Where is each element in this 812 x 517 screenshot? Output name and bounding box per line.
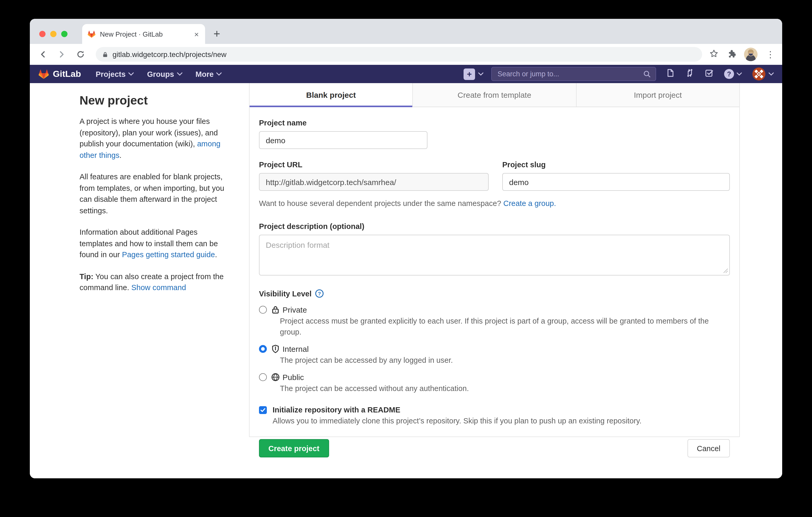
zoom-window-button[interactable] bbox=[61, 31, 67, 37]
help-menu[interactable]: ? bbox=[724, 69, 742, 79]
project-description-label: Project description (optional) bbox=[259, 222, 730, 231]
project-type-tabs: Blank project Create from template Impor… bbox=[250, 83, 739, 107]
global-search[interactable] bbox=[491, 67, 656, 81]
sidebar-paragraph: All features are enabled for blank proje… bbox=[80, 172, 230, 216]
page-title: New project bbox=[80, 94, 230, 108]
shield-icon bbox=[271, 344, 280, 354]
url-text: gitlab.widgetcorp.tech/projects/new bbox=[113, 50, 227, 59]
extensions-puzzle-icon[interactable] bbox=[727, 49, 735, 60]
tab-import-project[interactable]: Import project bbox=[576, 83, 739, 107]
window-controls bbox=[30, 31, 67, 44]
search-icon bbox=[643, 70, 651, 78]
back-icon[interactable] bbox=[37, 49, 49, 60]
visibility-option-private: Private Project access must be granted e… bbox=[259, 305, 730, 338]
globe-icon bbox=[271, 373, 280, 382]
user-menu[interactable] bbox=[752, 67, 774, 81]
create-project-button[interactable]: Create project bbox=[259, 439, 329, 457]
internal-radio[interactable] bbox=[259, 345, 267, 353]
readme-section: Initialize repository with a README Allo… bbox=[259, 406, 730, 425]
gitlab-navbar: GitLab Projects Groups More + bbox=[30, 65, 782, 83]
tab-create-from-template[interactable]: Create from template bbox=[413, 83, 577, 107]
chevron-down-icon[interactable] bbox=[478, 72, 484, 76]
nav-item-groups[interactable]: Groups bbox=[147, 70, 182, 78]
project-slug-label: Project slug bbox=[502, 160, 730, 169]
browser-profile-avatar[interactable] bbox=[744, 48, 758, 61]
browser-toolbar: gitlab.widgetcorp.tech/projects/new bbox=[30, 44, 782, 65]
project-name-label: Project name bbox=[259, 119, 730, 127]
forward-icon[interactable] bbox=[56, 49, 67, 60]
create-group-link[interactable]: Create a group. bbox=[503, 199, 556, 208]
chevron-down-icon bbox=[128, 72, 134, 76]
user-avatar bbox=[752, 67, 765, 81]
sidebar-paragraph: Information about additional Pages templ… bbox=[80, 227, 230, 261]
private-radio[interactable] bbox=[259, 306, 267, 314]
chevron-down-icon bbox=[177, 72, 182, 76]
blank-project-form: Project name Project URL Project slug Wa… bbox=[250, 107, 739, 457]
chevron-down-icon bbox=[216, 72, 222, 76]
public-radio[interactable] bbox=[259, 373, 267, 381]
sidebar: New project A project is where you house… bbox=[30, 83, 249, 478]
help-icon: ? bbox=[724, 69, 734, 79]
resize-grip-icon[interactable] bbox=[723, 268, 728, 273]
lock-icon bbox=[271, 305, 280, 314]
form-actions: Create project Cancel bbox=[259, 439, 730, 457]
browser-tab-strip: New Project · GitLab × + bbox=[30, 19, 782, 44]
visibility-help-icon[interactable]: ? bbox=[315, 289, 324, 298]
readme-description: Allows you to immediately clone this pro… bbox=[272, 417, 730, 425]
new-tab-button[interactable]: + bbox=[213, 28, 220, 40]
svg-text:?: ? bbox=[318, 291, 321, 296]
namespace-hint: Want to house several dependent projects… bbox=[259, 199, 730, 208]
pages-guide-link[interactable]: Pages getting started guide bbox=[122, 250, 215, 259]
search-input[interactable] bbox=[496, 69, 643, 79]
cancel-button[interactable]: Cancel bbox=[688, 439, 730, 457]
visibility-option-internal: Internal The project can be accessed by … bbox=[259, 344, 730, 366]
tab-title: New Project · GitLab bbox=[100, 30, 189, 38]
ssl-lock-icon bbox=[102, 51, 108, 58]
screen: New Project · GitLab × + gitlab.widgetc bbox=[0, 0, 812, 517]
new-project-panel: Blank project Create from template Impor… bbox=[249, 83, 740, 437]
chevron-down-icon bbox=[737, 72, 742, 76]
close-window-button[interactable] bbox=[39, 31, 46, 37]
gitlab-logo-icon[interactable] bbox=[38, 68, 49, 80]
nav-item-projects[interactable]: Projects bbox=[96, 70, 134, 78]
tab-close-icon[interactable]: × bbox=[193, 29, 200, 39]
todo-check-icon[interactable] bbox=[705, 68, 714, 80]
address-bar[interactable]: gitlab.widgetcorp.tech/projects/new bbox=[96, 47, 702, 62]
project-url-input[interactable] bbox=[259, 173, 489, 191]
project-slug-input[interactable] bbox=[502, 173, 730, 191]
gitlab-favicon-icon bbox=[87, 30, 96, 38]
new-menu-plus-icon[interactable]: + bbox=[464, 68, 475, 80]
page-content: New project A project is where you house… bbox=[30, 83, 782, 478]
check-icon bbox=[260, 407, 266, 413]
readme-label: Initialize repository with a README bbox=[272, 406, 400, 414]
bookmark-star-icon[interactable] bbox=[709, 49, 718, 60]
browser-tab[interactable]: New Project · GitLab × bbox=[82, 24, 205, 44]
visibility-option-public: Public The project can be accessed witho… bbox=[259, 373, 730, 394]
gitlab-wordmark[interactable]: GitLab bbox=[53, 69, 81, 79]
project-url-label: Project URL bbox=[259, 160, 489, 169]
project-description-textarea[interactable] bbox=[259, 235, 730, 275]
show-command-link[interactable]: Show command bbox=[131, 283, 186, 292]
browser-window: New Project · GitLab × + gitlab.widgetc bbox=[30, 19, 782, 478]
visibility-level-label: Visibility Level bbox=[259, 290, 312, 298]
project-name-input[interactable] bbox=[259, 131, 428, 149]
reload-icon[interactable] bbox=[75, 49, 86, 60]
readme-checkbox[interactable] bbox=[259, 406, 267, 414]
nav-item-more[interactable]: More bbox=[196, 70, 222, 78]
sidebar-paragraph: A project is where you house your files … bbox=[80, 116, 230, 161]
issues-icon[interactable] bbox=[666, 68, 675, 80]
tab-blank-project[interactable]: Blank project bbox=[250, 83, 413, 107]
minimize-window-button[interactable] bbox=[50, 31, 57, 37]
merge-request-icon[interactable] bbox=[686, 68, 694, 80]
chevron-down-icon bbox=[768, 72, 774, 76]
browser-menu-icon[interactable]: ⋮ bbox=[766, 49, 775, 60]
sidebar-tip: Tip: You can also create a project from … bbox=[80, 271, 230, 294]
